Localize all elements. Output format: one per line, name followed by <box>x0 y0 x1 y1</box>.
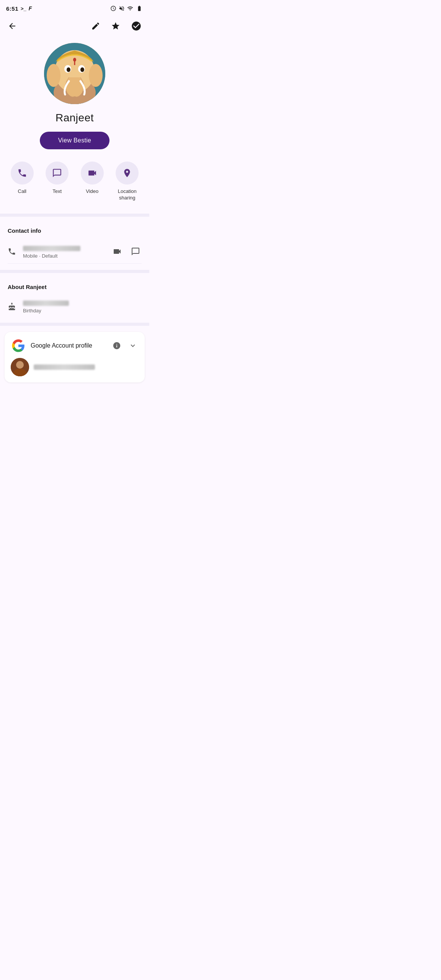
location-label: Location sharing <box>111 188 144 201</box>
svg-point-9 <box>47 64 60 87</box>
text-action[interactable]: Text <box>41 162 74 201</box>
contact-avatar <box>44 43 105 104</box>
action-buttons-row: Call Text Video <box>0 162 149 201</box>
svg-point-5 <box>67 67 70 72</box>
google-icon <box>11 339 25 353</box>
section-divider-3 <box>0 323 149 326</box>
phone-actions <box>111 245 142 258</box>
battery-icon <box>136 5 143 11</box>
birthday-value-blurred <box>23 299 69 306</box>
status-bar: 6:51 >_ F <box>0 0 149 15</box>
about-section: About Ranjeet Birthday <box>0 276 149 320</box>
birthday-details: Birthday <box>23 299 69 314</box>
call-icon-circle <box>11 162 34 185</box>
contact-name: Ranjeet <box>56 112 94 124</box>
edit-button[interactable] <box>90 20 102 32</box>
call-action[interactable]: Call <box>6 162 38 201</box>
contact-info-section: Contact info Mobile · Default <box>0 220 149 267</box>
phone-row: Mobile · Default <box>8 240 142 264</box>
info-icon <box>113 341 121 350</box>
chevron-down-icon <box>129 341 137 350</box>
terminal-icon: >_ <box>21 6 26 11</box>
video-icon <box>87 168 97 178</box>
phone-number-value <box>23 246 80 251</box>
contact-info-title: Contact info <box>8 227 142 234</box>
account-name-value <box>34 364 95 370</box>
message-button[interactable] <box>129 245 142 258</box>
avatar-svg <box>44 43 105 104</box>
status-time: 6:51 <box>6 5 18 12</box>
google-account-avatar <box>11 358 29 376</box>
google-account-title: Google Account profile <box>31 342 106 349</box>
phone-icon-container <box>8 247 23 256</box>
phone-number-blurred <box>23 245 111 252</box>
phone-icon <box>8 247 16 256</box>
location-icon <box>122 168 132 178</box>
location-action[interactable]: Location sharing <box>111 162 144 201</box>
status-icons-group <box>110 5 143 11</box>
svg-point-8 <box>73 58 76 62</box>
message-icon <box>131 247 140 256</box>
profile-section: Ranjeet View Bestie Call Text <box>0 37 149 211</box>
video-icon-circle <box>81 162 104 185</box>
video-call-button[interactable] <box>111 245 123 258</box>
google-info-button[interactable] <box>111 340 122 351</box>
google-account-info-row <box>11 358 139 376</box>
google-account-section: Google Account profile <box>5 332 145 382</box>
section-divider-1 <box>0 214 149 217</box>
google-account-header-actions <box>111 340 139 351</box>
about-title: About Ranjeet <box>8 284 142 290</box>
section-divider-2 <box>0 270 149 273</box>
avatar-image <box>44 43 105 104</box>
font-icon: F <box>29 5 32 11</box>
call-icon <box>17 168 27 178</box>
svg-point-10 <box>89 64 103 87</box>
google-expand-button[interactable] <box>127 340 139 351</box>
text-icon <box>52 168 62 178</box>
account-name-container <box>34 364 95 370</box>
wifi-icon <box>127 5 133 11</box>
mute-icon <box>119 5 125 11</box>
text-icon-circle <box>46 162 69 185</box>
video-label: Video <box>86 188 98 195</box>
birthday-icon <box>8 302 16 311</box>
google-logo <box>11 338 26 353</box>
location-icon-circle <box>116 162 139 185</box>
svg-point-12 <box>16 361 24 369</box>
star-button[interactable] <box>109 20 122 32</box>
text-label: Text <box>52 188 62 195</box>
alarm-icon <box>110 5 116 11</box>
birthday-row: Birthday <box>8 296 142 317</box>
call-label: Call <box>18 188 26 195</box>
view-bestie-button[interactable]: View Bestie <box>40 132 110 149</box>
video-call-icon <box>113 247 122 256</box>
birthday-icon-container <box>8 302 23 311</box>
google-account-header: Google Account profile <box>11 338 139 353</box>
video-action[interactable]: Video <box>76 162 108 201</box>
birthday-value <box>23 301 69 306</box>
back-button[interactable] <box>6 20 18 32</box>
account-avatar-image <box>11 358 29 376</box>
contacts-button[interactable] <box>129 19 143 33</box>
toolbar <box>0 15 149 37</box>
svg-point-6 <box>80 67 84 72</box>
phone-type: Mobile · Default <box>23 253 111 259</box>
birthday-label: Birthday <box>23 308 69 314</box>
toolbar-right <box>90 19 143 33</box>
phone-details: Mobile · Default <box>23 245 111 259</box>
